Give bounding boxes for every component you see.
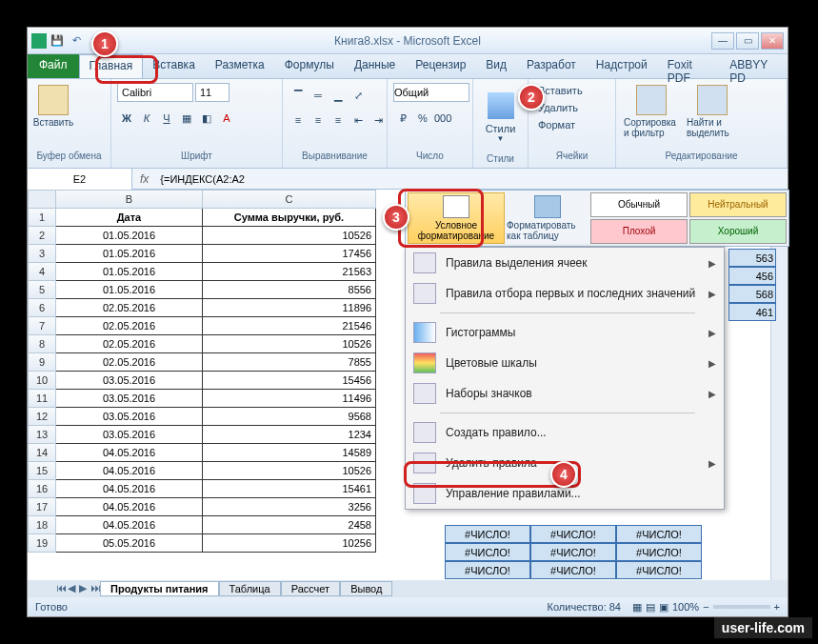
format-cells-button[interactable]: Формат: [534, 117, 587, 132]
col-header-c[interactable]: C: [203, 190, 376, 209]
sheet-nav-last-icon[interactable]: ⏭: [90, 582, 100, 595]
cell-error[interactable]: #ЧИСЛО!: [445, 543, 530, 561]
row-header[interactable]: 16: [28, 480, 56, 498]
row-header[interactable]: 19: [28, 534, 56, 553]
tab-formulas[interactable]: Формулы: [275, 54, 345, 78]
cell[interactable]: 14589: [203, 444, 376, 462]
cell[interactable]: 17456: [203, 245, 376, 263]
cell[interactable]: 01.05.2016: [56, 227, 203, 245]
fx-icon[interactable]: fx: [132, 172, 156, 186]
sheet-nav-prev-icon[interactable]: ◀: [68, 582, 77, 595]
row-header[interactable]: 5: [28, 281, 56, 299]
cell[interactable]: 10526: [203, 227, 376, 245]
cell[interactable]: 01.05.2016: [56, 245, 203, 263]
cell[interactable]: 8556: [203, 281, 376, 299]
cell-error[interactable]: #ЧИСЛО!: [616, 525, 702, 543]
menu-new-rule[interactable]: Создать правило...: [406, 417, 724, 448]
tab-addins[interactable]: Надстрой: [587, 54, 658, 78]
row-header[interactable]: 2: [28, 227, 56, 245]
tab-data[interactable]: Данные: [345, 54, 406, 78]
menu-top-bottom[interactable]: Правила отбора первых и последних значен…: [406, 278, 724, 309]
cell[interactable]: 9568: [203, 408, 376, 426]
cell[interactable]: Дата: [56, 209, 203, 227]
cell[interactable]: 11896: [203, 299, 376, 317]
sheet-tab-3[interactable]: Рассчет: [281, 581, 341, 596]
cell[interactable]: 7855: [203, 353, 376, 372]
cell[interactable]: 15456: [203, 372, 376, 390]
sheet-nav-next-icon[interactable]: ▶: [79, 582, 89, 595]
zoom-slider[interactable]: [713, 605, 770, 609]
align-bottom-button[interactable]: ▁: [329, 85, 348, 104]
row-header[interactable]: 12: [28, 408, 56, 426]
cell[interactable]: 2458: [203, 516, 376, 534]
sheet-tab-2[interactable]: Таблица: [219, 581, 281, 596]
cell[interactable]: 05.05.2016: [56, 534, 203, 553]
tab-home[interactable]: Главная: [79, 54, 144, 78]
select-all-corner[interactable]: [28, 190, 56, 209]
style-good[interactable]: Хороший: [689, 219, 787, 244]
font-name-input[interactable]: [117, 83, 193, 102]
cell-error[interactable]: #ЧИСЛО!: [530, 561, 616, 579]
tab-view[interactable]: Вид: [476, 54, 517, 78]
font-color-button[interactable]: A: [217, 108, 236, 127]
view-break-icon[interactable]: ▣: [659, 601, 668, 614]
view-normal-icon[interactable]: ▦: [632, 601, 642, 614]
cell-error[interactable]: #ЧИСЛО!: [530, 525, 616, 543]
cell[interactable]: 21563: [203, 263, 376, 281]
close-button[interactable]: ✕: [761, 32, 784, 50]
formula-input[interactable]: {=ИНДЕКС(A2:A2: [156, 173, 788, 185]
cell[interactable]: 03.05.2016: [56, 390, 203, 408]
sheet-tab-1[interactable]: Продукты питания: [100, 581, 219, 596]
cell[interactable]: 3256: [203, 498, 376, 516]
menu-icon-sets[interactable]: Наборы значков▶: [406, 378, 724, 409]
undo-icon[interactable]: ↶: [68, 32, 85, 50]
style-bad[interactable]: Плохой: [590, 219, 688, 244]
italic-button[interactable]: К: [137, 108, 156, 127]
cell[interactable]: 10526: [203, 335, 376, 353]
zoom-controls[interactable]: ▦ ▤ ▣ 100% − +: [632, 601, 780, 614]
minimize-button[interactable]: —: [711, 32, 734, 50]
number-format-select[interactable]: [393, 83, 469, 102]
cell[interactable]: 15461: [203, 480, 376, 498]
font-size-input[interactable]: [195, 83, 229, 102]
align-right-button[interactable]: ≡: [329, 110, 348, 129]
cell[interactable]: 02.05.2016: [56, 317, 203, 335]
cell[interactable]: 10256: [203, 534, 376, 553]
bold-button[interactable]: Ж: [117, 108, 136, 127]
styles-button[interactable]: Стили▼: [479, 83, 522, 151]
menu-data-bars[interactable]: Гистограммы▶: [406, 317, 724, 348]
cell[interactable]: 01.05.2016: [56, 281, 203, 299]
row-header[interactable]: 9: [28, 353, 56, 372]
tab-layout[interactable]: Разметка: [206, 54, 275, 78]
cell[interactable]: 02.05.2016: [56, 335, 203, 353]
name-box[interactable]: [28, 169, 132, 190]
cell[interactable]: 02.05.2016: [56, 353, 203, 372]
tab-foxit[interactable]: Foxit PDF: [658, 54, 720, 78]
cell[interactable]: Сумма выручки, руб.: [203, 209, 376, 227]
row-header[interactable]: 3: [28, 245, 56, 263]
cell-error[interactable]: #ЧИСЛО!: [445, 525, 530, 543]
cell[interactable]: 04.05.2016: [56, 516, 203, 534]
currency-button[interactable]: ₽: [393, 108, 412, 127]
sheet-nav-first-icon[interactable]: ⏮: [56, 582, 66, 595]
maximize-button[interactable]: ▭: [736, 32, 759, 50]
cell-error[interactable]: #ЧИСЛО!: [616, 543, 702, 561]
paste-button[interactable]: Вставить: [33, 83, 73, 130]
cell[interactable]: 04.05.2016: [56, 444, 203, 462]
row-header[interactable]: 15: [28, 462, 56, 480]
fill-color-button[interactable]: ◧: [197, 108, 216, 127]
cell-error[interactable]: #ЧИСЛО!: [616, 561, 702, 579]
cell[interactable]: 04.05.2016: [56, 498, 203, 516]
cell[interactable]: 1234: [203, 426, 376, 444]
cell[interactable]: 01.05.2016: [56, 263, 203, 281]
cell-error[interactable]: #ЧИСЛО!: [530, 543, 616, 561]
border-button[interactable]: ▦: [177, 108, 196, 127]
cell[interactable]: 11496: [203, 390, 376, 408]
menu-highlight-cells[interactable]: Правила выделения ячеек▶: [406, 248, 724, 278]
col-header-b[interactable]: B: [56, 190, 203, 209]
view-layout-icon[interactable]: ▤: [646, 601, 655, 614]
format-as-table-button[interactable]: Форматировать как таблицу: [507, 192, 589, 244]
tab-file[interactable]: Файл: [28, 54, 79, 78]
cell[interactable]: 03.05.2016: [56, 426, 203, 444]
row-header[interactable]: 13: [28, 426, 56, 444]
